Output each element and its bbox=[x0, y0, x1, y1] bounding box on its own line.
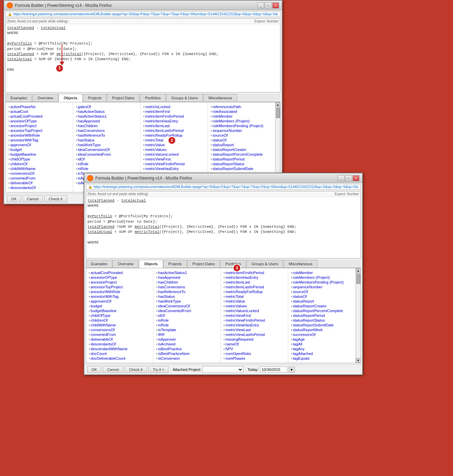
obj-item[interactable]: hasActiveStatus1 bbox=[76, 114, 137, 119]
obj-item[interactable]: budgetBaseline bbox=[89, 308, 150, 313]
tab-projects-1[interactable]: Projects bbox=[83, 94, 107, 102]
obj-item[interactable]: statusReportPercentComplete bbox=[291, 308, 353, 313]
obj-item[interactable]: isBestPracticeNom bbox=[156, 351, 218, 356]
scrollbar-2[interactable]: ▲ ▼ bbox=[356, 268, 360, 363]
obj-item[interactable]: docCount bbox=[89, 351, 150, 356]
obj-item[interactable]: ancestorProject bbox=[9, 123, 70, 128]
obj-item[interactable]: missingRequired bbox=[224, 337, 285, 342]
tab-misc-2[interactable]: Miscellaneous bbox=[284, 260, 318, 268]
obj-item[interactable]: metricTotal 2 bbox=[143, 138, 205, 142]
obj-item[interactable]: metricItemFirst bbox=[143, 109, 205, 114]
tab-misc-1[interactable]: Miscellaneous bbox=[203, 94, 237, 102]
obj-item[interactable]: activePhaseNo bbox=[9, 104, 70, 109]
obj-item[interactable]: roleMembersPending (Project) bbox=[291, 280, 353, 285]
obj-item[interactable]: inRole bbox=[76, 162, 137, 166]
obj-item[interactable]: descendantsOf bbox=[9, 185, 70, 190]
address-bar-2[interactable]: 🔒 https://trainingxl.psteering.com/psdoc… bbox=[86, 184, 361, 190]
obj-item[interactable]: ideaConversionsOf bbox=[76, 147, 137, 152]
obj-item[interactable]: metricValues bbox=[143, 147, 205, 152]
obj-item[interactable]: ancestorTopProject bbox=[9, 128, 70, 133]
obj-item[interactable]: metricItemLast bbox=[224, 280, 285, 285]
obj-item[interactable]: hasWorkType bbox=[156, 299, 218, 304]
today-input[interactable] bbox=[260, 367, 287, 373]
obj-item[interactable]: metricTotal bbox=[224, 294, 285, 299]
obj-item[interactable]: metricViewLast bbox=[224, 327, 285, 332]
obj-item[interactable]: childWithName bbox=[9, 166, 70, 171]
obj-item[interactable]: sourceOf bbox=[211, 133, 272, 138]
obj-item[interactable]: statusOf bbox=[211, 138, 272, 142]
obj-item[interactable]: metricReadyForRollup bbox=[224, 289, 285, 294]
obj-item[interactable]: IRR bbox=[156, 332, 218, 337]
obj-item[interactable]: statusReport bbox=[291, 299, 353, 304]
obj-item[interactable]: NPV bbox=[224, 346, 285, 351]
obj-item[interactable]: approversOf bbox=[9, 142, 70, 147]
obj-item[interactable]: statusReportSubmitDate bbox=[291, 323, 353, 327]
obj-item[interactable]: isBestPractice bbox=[156, 346, 218, 351]
obj-item[interactable]: childOfType bbox=[89, 313, 150, 318]
obj-item[interactable]: ancestorOfType bbox=[9, 119, 70, 123]
obj-item[interactable]: roleMembersPending (Project) bbox=[211, 123, 272, 128]
minimize-btn-2[interactable]: _ bbox=[338, 175, 344, 181]
obj-item[interactable]: roleMember bbox=[211, 114, 272, 119]
obj-item[interactable]: hasConversions bbox=[76, 128, 137, 133]
scroll-thumb-2[interactable] bbox=[356, 274, 360, 284]
obj-item[interactable]: metricViewFirst bbox=[143, 157, 205, 162]
obj-item[interactable]: hasChildren bbox=[156, 280, 218, 285]
obj-item[interactable]: hasReferenceTo bbox=[76, 133, 137, 138]
obj-item[interactable]: idOf bbox=[76, 157, 137, 162]
obj-item[interactable]: actualCostProrated bbox=[89, 270, 150, 275]
obj-item[interactable]: hasStatus bbox=[76, 138, 137, 142]
tab-projects-2[interactable]: Projects bbox=[163, 260, 187, 268]
obj-item[interactable]: tagAttached bbox=[291, 351, 353, 356]
formula-editor-1[interactable]: totalPlanned - totalActual WHERE myPortf… bbox=[6, 24, 280, 92]
close-btn-2[interactable]: ✕ bbox=[353, 175, 359, 181]
tab-portfolios-1[interactable]: Portfolios bbox=[140, 94, 166, 102]
tab-projectdates-1[interactable]: Project Dates bbox=[107, 94, 140, 102]
obj-item[interactable]: statusOf bbox=[291, 294, 353, 299]
ok-btn-2[interactable]: OK bbox=[87, 366, 101, 373]
obj-item[interactable]: statusReportStatus bbox=[291, 318, 353, 323]
obj-item[interactable]: numOpenRisks bbox=[224, 351, 285, 356]
address-bar-1[interactable]: 🔒 https://trainingxl.psteering.com/psdoc… bbox=[5, 11, 280, 17]
obj-item[interactable]: budget bbox=[89, 304, 150, 308]
obj-item[interactable]: convertedFrom bbox=[89, 332, 150, 337]
obj-item[interactable]: tagAge bbox=[291, 337, 353, 342]
scroll-down-2[interactable]: ▼ bbox=[356, 358, 361, 363]
obj-item[interactable]: descendantsOf bbox=[89, 342, 150, 346]
obj-item[interactable]: numPhases bbox=[224, 356, 285, 361]
obj-item[interactable]: metricValuesLocked bbox=[143, 152, 205, 157]
checkit-btn-2[interactable]: Check it bbox=[125, 366, 147, 373]
obj-item[interactable]: statusReport bbox=[211, 142, 272, 147]
obj-item[interactable]: metricItemLastInPeriod bbox=[224, 285, 285, 289]
obj-item[interactable]: metricValues bbox=[224, 304, 285, 308]
cancel-btn-2[interactable]: Cancel bbox=[103, 366, 123, 373]
close-btn-1[interactable]: ✕ bbox=[272, 2, 279, 8]
cancel-btn-1[interactable]: Cancel bbox=[22, 196, 43, 202]
tab-objects-1[interactable]: Objects bbox=[59, 94, 82, 102]
scroll-up-2[interactable]: ▲ bbox=[356, 268, 361, 273]
tab-overview-2[interactable]: Overview bbox=[113, 260, 139, 268]
obj-item[interactable]: metricItemFirstInPeriod bbox=[143, 114, 205, 119]
obj-item[interactable]: referencestoPath bbox=[211, 104, 272, 109]
obj-item[interactable]: childrenOf bbox=[9, 162, 70, 166]
formula-editor-2[interactable]: totalPlanned - totalActual WHERE myPortf… bbox=[86, 197, 360, 258]
obj-item[interactable]: idOf bbox=[156, 313, 218, 318]
obj-item[interactable]: hasApproved bbox=[76, 119, 137, 123]
obj-item[interactable]: statusReportWork bbox=[291, 327, 353, 332]
obj-item[interactable]: isArchived bbox=[156, 342, 218, 346]
obj-item[interactable]: roleMembers (Project) bbox=[291, 275, 353, 280]
obj-item[interactable]: hasWorkType bbox=[76, 142, 137, 147]
obj-item[interactable]: roleAssociated bbox=[211, 109, 272, 114]
tab-examples-2[interactable]: Examples bbox=[86, 260, 112, 268]
scroll-thumb-1[interactable] bbox=[276, 108, 280, 118]
obj-item[interactable]: inRole bbox=[156, 318, 218, 323]
obj-item[interactable]: metricViewLastInPeriod bbox=[224, 332, 285, 337]
tryit-btn-2[interactable]: Try it > bbox=[148, 366, 169, 373]
obj-item[interactable]: statusReportStatus bbox=[211, 162, 272, 166]
obj-item[interactable]: sequenceNumber bbox=[211, 128, 272, 133]
obj-item[interactable]: hasActiveStatus bbox=[76, 109, 137, 114]
maximize-btn-1[interactable]: □ bbox=[265, 2, 272, 8]
tab-objects-2[interactable]: Objects bbox=[139, 260, 163, 268]
obj-item[interactable]: metricItemFirstInPeriod bbox=[224, 270, 285, 275]
obj-item[interactable]: childrenOf bbox=[89, 318, 150, 323]
